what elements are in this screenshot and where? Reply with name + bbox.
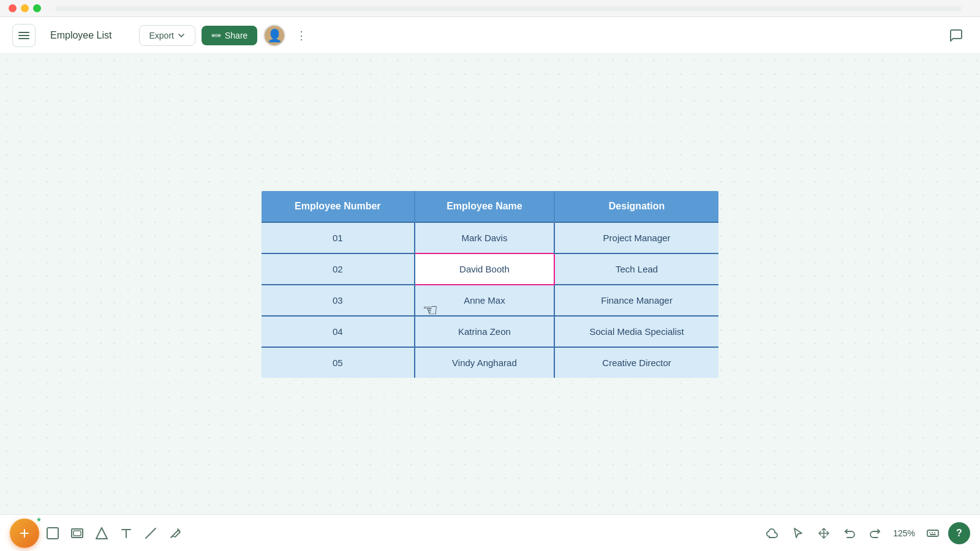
line-tool[interactable] <box>140 522 162 544</box>
cell-name-selected[interactable]: David Booth <box>415 253 554 285</box>
cell-name: Mark Davis <box>415 222 554 253</box>
svg-point-3 <box>214 34 218 37</box>
bottom-toolbar: + <box>0 514 980 551</box>
frame-tool[interactable] <box>66 522 88 544</box>
svg-point-5 <box>217 34 221 37</box>
svg-point-4 <box>211 34 214 37</box>
table-row[interactable]: 04 Katrina Zeon Social Media Specialist <box>261 316 719 347</box>
redo-button[interactable] <box>865 523 886 544</box>
add-button[interactable]: + <box>10 519 39 548</box>
menu-button[interactable] <box>12 24 36 47</box>
cell-number: 03 <box>261 285 415 316</box>
main-content: Employee Number Employee Name Designatio… <box>0 54 980 514</box>
export-button[interactable]: Export <box>139 25 195 46</box>
avatar[interactable]: 👤 <box>263 24 285 47</box>
svg-rect-1 <box>18 35 29 36</box>
col-header-name: Employee Name <box>415 190 554 222</box>
window-chrome <box>0 0 980 17</box>
cell-designation: Project Manager <box>554 222 719 253</box>
zoom-level: 125% <box>891 528 918 538</box>
top-bar-left: Employee List Export Share 👤 ⋮ <box>12 24 311 47</box>
cell-designation: Creative Director <box>554 347 719 378</box>
table-row[interactable]: 05 Vindy Angharad Creative Director <box>261 347 719 378</box>
undo-button[interactable] <box>839 523 860 544</box>
svg-line-10 <box>146 528 156 538</box>
toolbar-left: + <box>0 519 196 548</box>
table-row[interactable]: 02 David Booth Tech Lead <box>261 253 719 285</box>
keyboard-button[interactable] <box>922 523 943 544</box>
top-bar-right <box>944 24 968 47</box>
table-row[interactable]: 01 Mark Davis Project Manager <box>261 222 719 253</box>
cell-name: Katrina Zeon <box>415 316 554 347</box>
table-row[interactable]: 03 Anne Max Finance Manager <box>261 285 719 316</box>
page-title: Employee List <box>43 26 119 45</box>
share-button[interactable]: Share <box>202 26 257 45</box>
svg-rect-0 <box>18 32 29 33</box>
cell-number: 05 <box>261 347 415 378</box>
cell-number: 02 <box>261 253 415 285</box>
shape-tool[interactable] <box>91 522 113 544</box>
cell-number: 01 <box>261 222 415 253</box>
cell-designation: Finance Manager <box>554 285 719 316</box>
cell-designation: Social Media Specialist <box>554 316 719 347</box>
minimize-dot[interactable] <box>21 4 29 12</box>
window-address-bar <box>55 6 962 11</box>
svg-marker-9 <box>96 528 107 539</box>
svg-rect-2 <box>18 38 29 39</box>
pen-tool[interactable] <box>164 522 186 544</box>
cloud-button[interactable] <box>762 523 783 544</box>
cell-designation: Tech Lead <box>554 253 719 285</box>
close-dot[interactable] <box>9 4 17 12</box>
table-header-row: Employee Number Employee Name Designatio… <box>261 190 719 222</box>
rectangle-tool[interactable] <box>42 522 64 544</box>
chat-button[interactable] <box>944 24 968 47</box>
more-button[interactable]: ⋮ <box>292 26 311 45</box>
move-tool[interactable] <box>813 523 834 544</box>
maximize-dot[interactable] <box>33 4 41 12</box>
col-header-designation: Designation <box>554 190 719 222</box>
svg-rect-6 <box>47 528 58 539</box>
employee-table: Employee Number Employee Name Designatio… <box>260 190 720 379</box>
col-header-number: Employee Number <box>261 190 415 222</box>
select-tool[interactable] <box>788 523 809 544</box>
cell-name: Vindy Angharad <box>415 347 554 378</box>
svg-rect-8 <box>74 531 81 536</box>
text-tool[interactable] <box>115 522 137 544</box>
help-button[interactable]: ? <box>948 522 970 544</box>
svg-rect-11 <box>927 530 938 536</box>
top-bar: Employee List Export Share 👤 ⋮ <box>0 17 980 54</box>
cell-number: 04 <box>261 316 415 347</box>
toolbar-right: 125% ? <box>752 522 980 544</box>
table-wrapper: Employee Number Employee Name Designatio… <box>260 190 720 379</box>
toolbar-actions: Export Share 👤 ⋮ <box>139 24 312 47</box>
cell-name: Anne Max <box>415 285 554 316</box>
